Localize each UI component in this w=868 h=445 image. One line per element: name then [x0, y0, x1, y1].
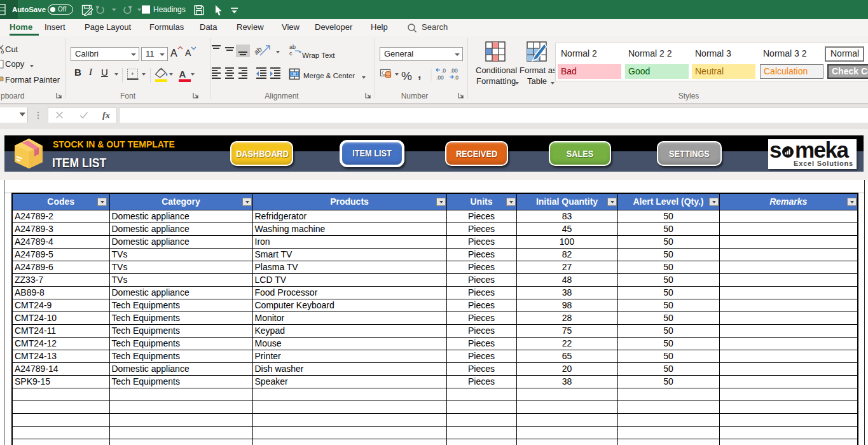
svg-text:A: A — [179, 69, 186, 79]
svg-text:fx: fx — [102, 110, 110, 120]
svg-text:c: c — [289, 50, 293, 57]
svg-text:%: % — [401, 69, 412, 83]
svg-text:.0: .0 — [454, 74, 458, 81]
svg-text:.0: .0 — [441, 67, 446, 74]
svg-text:,: , — [418, 67, 421, 81]
svg-text:ab: ab — [289, 44, 296, 50]
svg-text:.00: .00 — [450, 67, 458, 74]
svg-text:.00: .00 — [436, 74, 444, 81]
